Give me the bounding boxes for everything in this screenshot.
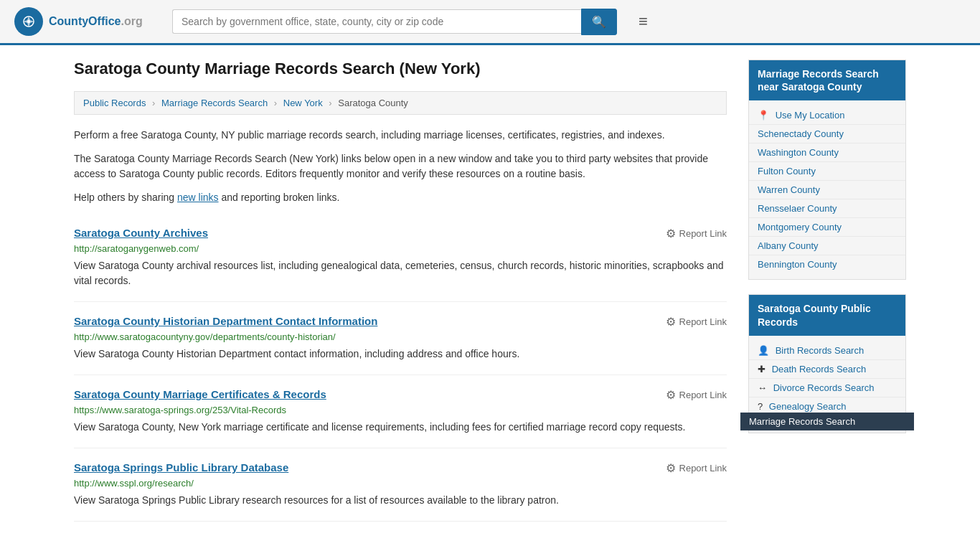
divorce-records-link[interactable]: Divorce Records Search — [773, 382, 875, 393]
result-url-2[interactable]: https://www.saratoga-springs.org/253/Vit… — [74, 405, 727, 415]
sidebar-item-divorce[interactable]: ↔ Divorce Records Search — [749, 379, 905, 397]
location-icon: 📍 — [758, 110, 769, 121]
sidebar-public-records-section: Saratoga County Public Records 👤 Birth R… — [748, 294, 906, 433]
divorce-icon: ↔ — [758, 382, 767, 393]
rensselaer-link[interactable]: Rensselaer County — [758, 203, 837, 214]
report-icon-3: ⚙ — [666, 461, 676, 475]
menu-button[interactable]: ≡ — [639, 12, 648, 31]
death-records-link[interactable]: Death Records Search — [772, 364, 867, 375]
sidebar-item-birth[interactable]: 👤 Birth Records Search — [749, 342, 905, 360]
logo[interactable]: CountyOffice.org — [14, 7, 158, 36]
intro-paragraph-1: Perform a free Saratoga County, NY publi… — [74, 128, 727, 143]
breadcrumb-public-records[interactable]: Public Records — [83, 98, 146, 108]
result-url-0[interactable]: http://saratoganygenweb.com/ — [74, 243, 727, 254]
sidebar-public-records-header: Saratoga County Public Records — [749, 295, 905, 335]
report-icon-0: ⚙ — [666, 227, 676, 240]
page-title: Saratoga County Marriage Records Search … — [74, 60, 727, 78]
results-list: Saratoga County Archives ⚙ Report Link h… — [74, 214, 727, 522]
montgomery-link[interactable]: Montgomery County — [758, 222, 842, 232]
report-link-btn-1[interactable]: ⚙ Report Link — [666, 315, 727, 329]
content-area: Saratoga County Marriage Records Search … — [74, 60, 727, 522]
bennington-link[interactable]: Bennington County — [758, 259, 837, 270]
search-button[interactable]: 🔍 — [581, 9, 617, 35]
report-icon-2: ⚙ — [666, 388, 676, 402]
hamburger-icon: ≡ — [639, 12, 648, 30]
breadcrumb-marriage-records[interactable]: Marriage Records Search — [161, 98, 268, 108]
logo-text: CountyOffice.org — [49, 15, 143, 28]
washington-link[interactable]: Washington County — [758, 147, 839, 158]
result-header-0: Saratoga County Archives ⚙ Report Link — [74, 227, 727, 240]
sidebar-nearby-list: 📍 Use My Location Schenectady County Was… — [749, 100, 905, 279]
result-item-3: Saratoga Springs Public Library Database… — [74, 448, 727, 522]
breadcrumb: Public Records › Marriage Records Search… — [74, 91, 727, 115]
result-url-1[interactable]: http://www.saratogacountyny.gov/departme… — [74, 331, 727, 342]
report-icon-1: ⚙ — [666, 315, 676, 329]
marriage-records-link[interactable]: Marriage Records Search — [740, 413, 914, 430]
fulton-link[interactable]: Fulton County — [758, 166, 816, 176]
birth-records-link[interactable]: Birth Records Search — [776, 345, 864, 356]
sidebar-item-schenectady[interactable]: Schenectady County — [749, 125, 905, 143]
breadcrumb-new-york[interactable]: New York — [283, 98, 323, 108]
result-header-3: Saratoga Springs Public Library Database… — [74, 461, 727, 475]
sidebar-item-rensselaer[interactable]: Rensselaer County — [749, 199, 905, 218]
report-link-btn-3[interactable]: ⚙ Report Link — [666, 461, 727, 475]
search-icon: 🔍 — [592, 16, 606, 28]
death-icon: ✚ — [758, 364, 765, 375]
result-item-2: Saratoga County Marriage Certificates & … — [74, 375, 727, 448]
sidebar-item-albany[interactable]: Albany County — [749, 237, 905, 255]
sidebar-item-bennington[interactable]: Bennington County — [749, 255, 905, 273]
new-links-link[interactable]: new links — [177, 192, 219, 203]
warren-link[interactable]: Warren County — [758, 184, 820, 195]
main-wrapper: Saratoga County Marriage Records Search … — [60, 45, 920, 536]
result-title-0[interactable]: Saratoga County Archives — [74, 227, 208, 239]
sidebar-item-location[interactable]: 📍 Use My Location — [749, 106, 905, 125]
albany-link[interactable]: Albany County — [758, 240, 819, 251]
sidebar-item-warren[interactable]: Warren County — [749, 181, 905, 199]
sidebar-item-fulton[interactable]: Fulton County — [749, 162, 905, 181]
report-link-btn-0[interactable]: ⚙ Report Link — [666, 227, 727, 240]
header: CountyOffice.org 🔍 ≡ — [0, 0, 980, 45]
use-my-location-link[interactable]: Use My Location — [776, 110, 845, 121]
svg-point-2 — [27, 20, 30, 23]
result-item-0: Saratoga County Archives ⚙ Report Link h… — [74, 214, 727, 302]
result-url-3[interactable]: http://www.sspl.org/research/ — [74, 478, 727, 489]
sidebar-nearby-section: Marriage Records Search near Saratoga Co… — [748, 60, 906, 280]
result-desc-2: View Saratoga County, New York marriage … — [74, 420, 727, 435]
result-item-1: Saratoga County Historian Department Con… — [74, 302, 727, 375]
sidebar-item-death[interactable]: ✚ Death Records Search — [749, 360, 905, 379]
result-header-2: Saratoga County Marriage Certificates & … — [74, 388, 727, 402]
result-title-3[interactable]: Saratoga Springs Public Library Database — [74, 461, 288, 474]
result-title-2[interactable]: Saratoga County Marriage Certificates & … — [74, 388, 326, 400]
birth-icon: 👤 — [758, 345, 769, 356]
result-desc-1: View Saratoga County Historian Departmen… — [74, 347, 727, 362]
sidebar-item-marriage[interactable]: Marriage Records Search — [749, 413, 905, 430]
sidebar-item-montgomery[interactable]: Montgomery County — [749, 218, 905, 237]
intro-paragraph-3: Help others by sharing new links and rep… — [74, 190, 727, 205]
result-desc-3: View Saratoga Springs Public Library res… — [74, 493, 727, 508]
breadcrumb-saratoga: Saratoga County — [338, 98, 408, 108]
search-input[interactable] — [172, 9, 581, 34]
genealogy-icon: ? — [758, 401, 763, 412]
result-header-1: Saratoga County Historian Department Con… — [74, 315, 727, 329]
genealogy-link[interactable]: Genealogy Search — [769, 401, 847, 412]
result-title-1[interactable]: Saratoga County Historian Department Con… — [74, 315, 377, 327]
sidebar: Marriage Records Search near Saratoga Co… — [748, 60, 906, 522]
schenectady-link[interactable]: Schenectady County — [758, 128, 844, 139]
logo-icon — [14, 7, 43, 36]
report-link-btn-2[interactable]: ⚙ Report Link — [666, 388, 727, 402]
sidebar-public-records-list: 👤 Birth Records Search ✚ Death Records S… — [749, 336, 905, 433]
sidebar-nearby-header: Marriage Records Search near Saratoga Co… — [749, 60, 905, 100]
search-area: 🔍 — [172, 9, 617, 35]
intro-paragraph-2: The Saratoga County Marriage Records Sea… — [74, 151, 727, 182]
sidebar-item-washington[interactable]: Washington County — [749, 143, 905, 162]
result-desc-0: View Saratoga County archival resources … — [74, 258, 727, 288]
